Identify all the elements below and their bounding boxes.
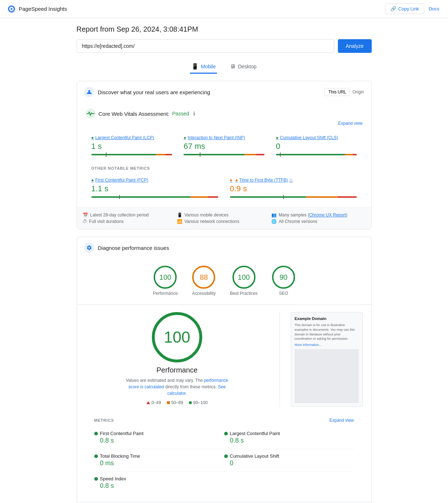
cls-name-text: Cumulative Layout Shift [230, 453, 279, 459]
legend-needs-improvement: 50–89 [167, 400, 183, 405]
best-practices-value: 100 [238, 273, 250, 282]
lcp-orange-seg [156, 154, 166, 155]
url-origin-toggle: This URL Origin [324, 88, 364, 96]
inp-orange-seg [244, 154, 257, 155]
docs-button[interactable]: Docs [427, 4, 441, 14]
ttfb-label[interactable]: ● Time to First Byte (TTFB) △ [230, 178, 357, 183]
metric-fcp: First Contentful Paint 0.8 s [94, 426, 224, 449]
info-col-3: 👥 Many samples (Chrome UX Report) 🌐 All … [271, 212, 366, 224]
expand-view-diagnose[interactable]: Expand view [329, 418, 354, 423]
tbt-metric-value: 0 ms [100, 459, 224, 467]
app-logo: PageSpeed Insights [7, 5, 67, 13]
inp-value: 67 ms [184, 142, 264, 151]
fcp-green-seg [91, 196, 190, 198]
big-performance-value: 100 [164, 328, 190, 346]
expand-view-cwv[interactable]: Expand view [86, 121, 363, 126]
si-name-text: Speed Index [100, 476, 126, 481]
ttfb-bar-segments [230, 196, 357, 198]
metric-si: Speed Index 0.8 s [94, 472, 224, 494]
svg-point-0 [88, 90, 90, 92]
info-item-chrome: 🌐 All Chrome versions [271, 219, 366, 224]
other-metric-fcp: First Contentful Paint (FCP) 1.1 s [86, 174, 224, 201]
chrome-text: All Chrome versions [279, 219, 317, 224]
calendar-icon: 📅 [83, 212, 88, 218]
best-practices-circle: 100 [232, 266, 255, 289]
inp-red-seg [256, 154, 264, 155]
lcp-value: 1 s [91, 142, 172, 151]
tab-desktop[interactable]: 🖥 Desktop [228, 60, 258, 74]
tab-mobile[interactable]: 📱 Mobile [190, 60, 217, 74]
vertical-divider [280, 312, 280, 407]
cls-label[interactable]: Cumulative Layout Shift (CLS) [276, 135, 357, 140]
logo-icon [7, 5, 16, 13]
lcp-bar-segments [91, 154, 172, 155]
tab-mobile-label: Mobile [201, 64, 216, 69]
mobile-icon: 📱 [191, 63, 199, 70]
copy-link-button[interactable]: 🔗 Copy Link [385, 4, 425, 14]
tab-desktop-label: Desktop [238, 64, 256, 69]
this-url-btn[interactable]: This URL [324, 88, 350, 96]
cwv-info-row: 📅 Latest 28-day collection period ⏱ Full… [77, 207, 371, 229]
analyze-button[interactable]: Analyze [338, 39, 372, 53]
cls-bar [276, 154, 357, 155]
fcp-label[interactable]: First Contentful Paint (FCP) [91, 178, 218, 183]
other-metrics: First Contentful Paint (FCP) 1.1 s [86, 174, 363, 201]
url-input[interactable] [77, 39, 334, 53]
network-icon: 📶 [177, 219, 182, 224]
score-best-practices: 100 Best Practices [230, 266, 258, 296]
fail-icon [146, 401, 150, 404]
metrics-label: METRICS [94, 418, 114, 422]
metric-cls-name: Cumulative Layout Shift [224, 453, 354, 459]
inp-label[interactable]: Interaction to Next Paint (INP) [184, 135, 264, 140]
samples-text: Many samples (Chrome UX Report) [279, 212, 348, 218]
fcp-dot [94, 432, 98, 435]
tbt-dot [94, 454, 98, 458]
visit-text: Full visit durations [89, 219, 124, 224]
fcp-marker [119, 195, 120, 199]
fcp-name-text: First Contentful Paint [100, 431, 144, 436]
screenshot-desc: This domain is for use in illustrative e… [295, 323, 359, 341]
origin-btn[interactable]: Origin [352, 88, 364, 96]
collection-text: Latest 28-day collection period [90, 212, 149, 218]
metric-fcp-name: First Contentful Paint [94, 431, 224, 436]
inp-green-seg [184, 154, 244, 155]
cls-dot [224, 454, 228, 458]
other-metric-ttfb: ● Time to First Byte (TTFB) △ 0.9 s [224, 174, 363, 201]
header: PageSpeed Insights 🔗 Copy Link Docs [0, 0, 448, 18]
cwv-metric-cls: Cumulative Layout Shift (CLS) 0 [270, 132, 363, 159]
info-item-collection: 📅 Latest 28-day collection period [83, 212, 177, 218]
cwv-section: Discover what your real users are experi… [77, 81, 372, 229]
fcp-orange-seg [190, 196, 208, 198]
lcp-label[interactable]: Largest Contentful Paint (LCP) [91, 135, 172, 140]
metric-lcp: Largest Contentful Paint 0.8 s [224, 426, 354, 449]
inp-bar [184, 154, 264, 155]
cwv-metrics: Largest Contentful Paint (LCP) 1 s Inter… [86, 132, 363, 159]
ttfb-red-seg [338, 196, 357, 198]
si-dot [94, 477, 98, 481]
needs-improvement-label: 50–89 [171, 400, 183, 405]
accessibility-circle: 88 [192, 266, 215, 289]
more-info-link[interactable]: More information... [295, 343, 359, 347]
needs-improvement-icon [167, 401, 170, 404]
seo-value: 90 [280, 273, 288, 282]
fcp-red-seg [208, 196, 218, 198]
seo-label: SEO [279, 291, 288, 296]
accessibility-value: 88 [200, 273, 208, 282]
ttfb-value: 0.9 s [230, 184, 357, 193]
desc-text: Values are estimated and may vary. The [126, 378, 203, 383]
lcp-dot [224, 432, 228, 435]
chrome-ux-link[interactable]: Chrome UX Report [309, 212, 346, 218]
fcp-bar-segments [91, 196, 218, 198]
cwv-metric-lcp: Largest Contentful Paint (LCP) 1 s [86, 132, 178, 159]
cls-bar-segments [276, 154, 357, 155]
metric-lcp-name: Largest Contentful Paint [224, 431, 354, 436]
screenshot-image [295, 349, 359, 403]
seo-circle: 90 [272, 266, 295, 289]
chrome-icon: 🌐 [271, 219, 277, 224]
users-icon [86, 89, 92, 95]
cls-value: 0 [276, 142, 357, 151]
metrics-header: METRICS Expand view [86, 414, 363, 426]
info-item-network: 📶 Various network connections [177, 219, 271, 224]
diagnose-card: 100 Performance 88 Accessibility 100 Bes… [77, 259, 371, 501]
score-accessibility: 88 Accessibility [192, 266, 216, 296]
